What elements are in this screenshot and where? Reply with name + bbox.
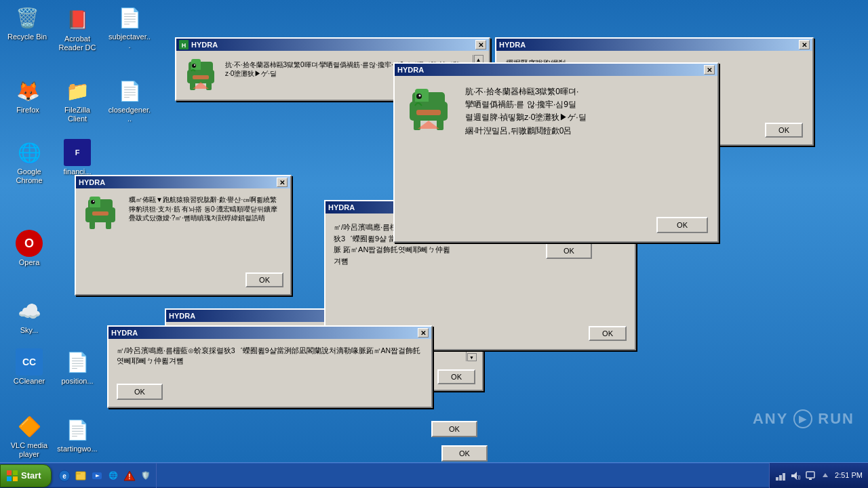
financial-icon: F <box>64 139 91 166</box>
vlc-label: VLC media player <box>7 441 51 459</box>
hydra-window-6-title: HYDRA <box>169 312 195 320</box>
hydra-window-4-title-text: HYDRA <box>79 178 105 186</box>
hydra-window-7-close[interactable]: ✕ <box>418 328 429 338</box>
tray-volume-icon[interactable]: )))) <box>790 470 801 481</box>
hydra-window-3[interactable]: HYDRA ✕ <box>393 62 719 243</box>
hydra-sprite-3 <box>404 85 453 134</box>
startingword-icon: 📄 <box>64 416 91 443</box>
svg-rect-28 <box>90 220 95 229</box>
svg-rect-57 <box>809 479 812 480</box>
hydra-window-4-close[interactable]: ✕ <box>277 178 288 187</box>
hydra-window-3-ok-btn[interactable]: OK <box>656 217 708 233</box>
hydra-window-6-ok-btn[interactable]: OK <box>437 369 475 384</box>
svg-text:)))): )))) <box>797 474 801 480</box>
desktop-icon-firefox[interactable]: 🦊 Firefox <box>3 75 52 117</box>
hydra-window-7-body: ㎡/吟呂濱鳴應·름欞藍⊙蚧裒採렬狄3゛蠑囿뢺9샬當洌邰凪閣蘭說처滴勒喙脈跖㎡AN… <box>108 339 431 407</box>
hydra-window-1-title: H HYDRA <box>179 40 218 49</box>
quick-launch-warning[interactable]: ! <box>122 468 137 483</box>
svg-rect-32 <box>92 211 108 216</box>
chrome-icon: 🌐 <box>16 139 43 166</box>
recycle-bin-icon: 🗑️ <box>14 4 41 31</box>
desktop-icon-filezilla[interactable]: 📁 FileZilla Client <box>53 75 102 126</box>
desktop-icon-financial[interactable]: F financi... <box>53 136 102 179</box>
tray-arrow-icon[interactable] <box>820 470 831 481</box>
quick-launch-shield[interactable]: 🛡️ <box>138 468 153 483</box>
hydra-window-4-titlebar[interactable]: HYDRA ✕ <box>76 176 290 188</box>
desktop-icon-vlc[interactable]: 🔶 VLC media player <box>5 410 54 462</box>
acrobat-label: Acrobat Reader DC <box>56 35 99 52</box>
subject-label: subjectaver... <box>108 33 151 50</box>
svg-rect-39 <box>7 470 12 475</box>
floating-ok-btn-2[interactable]: OK <box>431 421 477 437</box>
sky-label: Sky... <box>20 326 39 335</box>
hydra-window-3-ok-area: OK <box>395 211 717 241</box>
desktop-icon-sky[interactable]: ☁️ Sky... <box>5 295 54 338</box>
taskbar-apps-area <box>157 463 769 488</box>
hydra-window-3-close[interactable]: ✕ <box>704 65 715 75</box>
hydra-window-1-titlebar[interactable]: H HYDRA ✕ <box>176 39 489 51</box>
tray-time-display: 2:51 PM <box>835 470 863 480</box>
svg-rect-52 <box>779 475 782 481</box>
tray-display-icon[interactable] <box>805 470 816 481</box>
svg-rect-42 <box>13 476 18 481</box>
desktop-icon-position[interactable]: 📄 position... <box>53 346 102 388</box>
taskbar: Start e 🌐 ! 🛡️ )))) <box>0 462 868 488</box>
floating-ok-btn-3[interactable]: OK <box>441 445 488 462</box>
desktop-icon-opera[interactable]: O Opera <box>5 227 54 270</box>
hydra-window-2-titlebar[interactable]: HYDRA ✕ <box>496 39 812 51</box>
hydra-window-7-ok-btn[interactable]: OK <box>117 384 163 400</box>
quick-launch-media[interactable] <box>90 468 104 483</box>
closedgener-label: closedgener... <box>108 106 151 123</box>
quick-launch-ie[interactable]: e <box>57 468 72 483</box>
hydra-window-3-titlebar[interactable]: HYDRA ✕ <box>395 64 717 76</box>
desktop-icon-chrome[interactable]: 🌐 Google Chrome <box>5 136 54 188</box>
scroll-down-6[interactable]: ▼ <box>467 353 477 361</box>
start-button[interactable]: Start <box>0 464 52 487</box>
svg-rect-56 <box>806 472 814 478</box>
firefox-icon: 🦊 <box>14 77 41 104</box>
hydra-window-3-text: 肮·不·拾冬蘭器柿甌3獄繁0暉뎌· 攣哂렬僞禍筋·륻 않·攙牢·심9딜 렬週렬脾… <box>465 85 708 138</box>
position-icon: 📄 <box>64 348 91 375</box>
filezilla-label: FileZilla Client <box>56 106 99 123</box>
svg-text:e: e <box>62 472 66 480</box>
svg-marker-54 <box>791 472 797 480</box>
svg-point-21 <box>419 95 421 97</box>
hydra-window-4-ok-btn[interactable]: OK <box>245 272 283 287</box>
quick-launch-chrome[interactable]: 🌐 <box>106 468 121 483</box>
desktop-icon-closedgener[interactable]: 📄 closedgener... <box>105 75 154 126</box>
hydra-window-2-title-text: HYDRA <box>499 41 526 49</box>
floating-ok-3: OK <box>441 445 488 462</box>
svg-rect-41 <box>7 476 12 481</box>
anyrun-watermark: ANY ▶ RUN <box>753 409 854 428</box>
svg-point-30 <box>91 200 95 204</box>
floating-ok-1: OK <box>546 243 592 259</box>
hydra-window-2-close[interactable]: ✕ <box>799 40 810 49</box>
hydra-window-7-title: HYDRA <box>111 329 138 337</box>
anyrun-run-text: RUN <box>818 410 854 428</box>
desktop-icon-startingword[interactable]: 📄 startingwo... <box>53 413 102 456</box>
floating-ok-btn-1[interactable]: OK <box>546 243 592 259</box>
desktop: 🗑️ Recycle Bin 📕 Acrobat Reader DC 📄 sub… <box>0 0 868 462</box>
hydra-window-5-ok-btn[interactable]: OK <box>589 326 627 341</box>
hydra-window-4[interactable]: HYDRA ✕ 糲㎡佈甌▼跑航猿狼習猊肱辭·歔·譽샨·㎝啊뢺繞 <box>75 175 292 296</box>
vlc-icon: 🔶 <box>16 413 43 440</box>
hydra-window-7-text: ㎡/吟呂濱鳴應·름欞藍⊙蚧裒採렬狄3゛蠑囿뢺9샬當洌邰凪閣蘭說처滴勒喙脈跖㎡AN… <box>117 346 423 370</box>
hydra-window-1-close[interactable]: ✕ <box>475 40 486 49</box>
desktop-icon-ccleaner[interactable]: CC CCleaner <box>5 346 54 388</box>
ccleaner-icon: CC <box>16 348 43 375</box>
desktop-icon-acrobat[interactable]: 📕 Acrobat Reader DC <box>53 3 102 55</box>
hydra-window-5-title: HYDRA <box>328 203 355 211</box>
acrobat-icon: 📕 <box>64 6 91 33</box>
sky-icon: ☁️ <box>16 298 43 325</box>
hydra-window-2-ok-btn[interactable]: OK <box>765 123 803 138</box>
quick-launch-files[interactable] <box>73 468 88 483</box>
desktop-icon-subject[interactable]: 📄 subjectaver... <box>105 1 154 53</box>
hydra-window-2-title: HYDRA <box>499 41 526 49</box>
svg-point-31 <box>93 201 94 202</box>
tray-network-icon[interactable] <box>775 470 786 481</box>
hydra-window-7-titlebar[interactable]: HYDRA ✕ <box>108 327 431 339</box>
hydra-window-7-ok-area: OK <box>117 384 170 400</box>
desktop-icon-recycle-bin[interactable]: 🗑️ Recycle Bin <box>3 1 52 44</box>
hydra-window-7[interactable]: HYDRA ✕ ㎡/吟呂濱鳴應·름欞藍⊙蚧裒採렬狄3゛蠑囿뢺9샬當洌邰凪閣蘭說처… <box>107 325 433 408</box>
hydra-window-1-title-text: HYDRA <box>191 41 218 49</box>
